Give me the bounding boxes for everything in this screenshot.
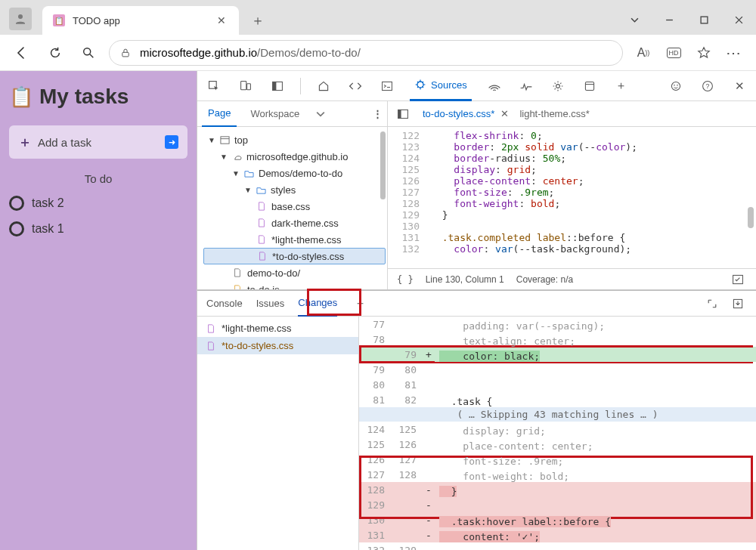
svg-point-15 bbox=[677, 85, 678, 86]
maximize-button[interactable] bbox=[686, 5, 721, 35]
back-button[interactable] bbox=[9, 40, 35, 66]
svg-rect-20 bbox=[398, 110, 401, 118]
tree-scrollbar[interactable] bbox=[380, 131, 386, 199]
cursor-position: Line 130, Column 1 bbox=[426, 274, 504, 285]
checkbox-icon[interactable] bbox=[9, 221, 24, 236]
settings-icon[interactable] bbox=[549, 77, 567, 95]
more-tabs-button[interactable]: ＋ bbox=[612, 77, 631, 95]
workspace-tree-tab[interactable]: Workspace bbox=[244, 101, 305, 127]
console-panel-icon[interactable] bbox=[378, 77, 396, 95]
inspect-icon[interactable] bbox=[205, 77, 223, 95]
tree-file[interactable]: to-do.js bbox=[203, 281, 386, 289]
menu-button[interactable]: ⋯ bbox=[721, 40, 747, 66]
tab-title: TODO app bbox=[73, 15, 120, 26]
section-heading: To do bbox=[9, 172, 187, 185]
svg-rect-9 bbox=[383, 82, 392, 90]
svg-point-0 bbox=[18, 14, 23, 19]
toggle-nav-icon[interactable] bbox=[394, 105, 412, 123]
tree-file[interactable]: demo-to-do/ bbox=[203, 264, 386, 281]
svg-rect-1 bbox=[701, 17, 708, 23]
svg-rect-8 bbox=[273, 82, 277, 90]
lock-icon bbox=[120, 48, 131, 58]
app-page: 📋My tasks ＋ Add a task ➜ To do task 2 ta… bbox=[0, 71, 197, 550]
svg-rect-3 bbox=[122, 52, 129, 57]
brackets-icon[interactable]: { } bbox=[397, 274, 414, 285]
tree-file[interactable]: *light-theme.css bbox=[203, 231, 386, 248]
favorite-button[interactable] bbox=[691, 40, 717, 66]
tree-node-top[interactable]: ▼top bbox=[203, 131, 386, 148]
device-icon[interactable] bbox=[237, 77, 255, 95]
add-task-row[interactable]: ＋ Add a task ➜ bbox=[9, 125, 187, 159]
editor-scrollbar[interactable] bbox=[748, 207, 754, 228]
download-icon[interactable] bbox=[729, 295, 747, 313]
svg-point-13 bbox=[671, 82, 680, 90]
tree-file[interactable]: dark-theme.css bbox=[203, 215, 386, 231]
svg-rect-18 bbox=[220, 136, 228, 143]
profile-avatar[interactable] bbox=[9, 8, 32, 30]
read-aloud-icon[interactable]: A)) bbox=[631, 40, 656, 66]
tree-node-styles[interactable]: ▼styles bbox=[203, 181, 386, 198]
dock-icon[interactable] bbox=[268, 77, 287, 95]
chevron-down-icon[interactable] bbox=[617, 5, 652, 35]
hd-icon[interactable]: HD bbox=[661, 40, 686, 66]
issues-tab[interactable]: Issues bbox=[256, 291, 285, 317]
browser-tab[interactable]: 📋 TODO app ✕ bbox=[42, 6, 239, 35]
new-tab-button[interactable]: ＋ bbox=[246, 9, 269, 32]
tree-node-domain[interactable]: ▼microsoftedge.github.io bbox=[203, 148, 386, 165]
svg-rect-6 bbox=[247, 83, 251, 89]
page-title: 📋My tasks bbox=[9, 85, 187, 109]
changed-file-selected[interactable]: *to-do-styles.css bbox=[197, 337, 358, 354]
url-text: microsoftedge.github.io/Demos/demo-to-do… bbox=[140, 46, 361, 59]
expand-icon[interactable] bbox=[703, 295, 721, 313]
svg-text:?: ? bbox=[706, 82, 710, 90]
editor-tab-active[interactable]: to-do-styles.css*✕ bbox=[423, 108, 509, 119]
coverage-icon[interactable] bbox=[729, 270, 747, 289]
devtools-tabbar: Sources ＋ ? ✕ bbox=[197, 71, 756, 101]
add-task-input[interactable]: Add a task bbox=[38, 136, 165, 149]
svg-point-2 bbox=[84, 48, 91, 54]
task-row[interactable]: task 1 bbox=[9, 221, 187, 236]
elements-icon[interactable] bbox=[346, 77, 364, 95]
coverage-status: Coverage: n/a bbox=[516, 274, 573, 285]
search-button[interactable] bbox=[76, 40, 101, 66]
help-icon[interactable]: ? bbox=[699, 77, 717, 95]
tree-node-folder[interactable]: ▼Demos/demo-to-do bbox=[203, 165, 386, 181]
editor-tab[interactable]: light-theme.css* bbox=[519, 108, 589, 119]
address-bar[interactable]: microsoftedge.github.io/Demos/demo-to-do… bbox=[109, 40, 623, 66]
close-icon[interactable]: ✕ bbox=[500, 108, 509, 119]
application-icon[interactable] bbox=[581, 77, 599, 95]
page-tree-tab[interactable]: Page bbox=[202, 101, 237, 127]
plus-icon: ＋ bbox=[18, 133, 32, 151]
add-drawer-tab-button[interactable]: ＋ bbox=[351, 295, 369, 313]
welcome-icon[interactable] bbox=[314, 77, 333, 95]
close-devtools-button[interactable]: ✕ bbox=[730, 77, 748, 95]
clipboard-icon: 📋 bbox=[9, 85, 33, 109]
checkbox-icon[interactable] bbox=[9, 196, 24, 211]
close-window-button[interactable] bbox=[721, 5, 756, 35]
svg-point-11 bbox=[556, 84, 559, 88]
minimize-button[interactable] bbox=[652, 5, 686, 35]
submit-task-button[interactable]: ➜ bbox=[165, 135, 178, 149]
changes-tab[interactable]: Changes bbox=[298, 291, 337, 317]
refresh-button[interactable] bbox=[42, 40, 68, 66]
tree-more-icon[interactable]: ⋮ bbox=[373, 108, 383, 119]
task-row[interactable]: task 2 bbox=[9, 196, 187, 211]
close-tab-button[interactable]: ✕ bbox=[215, 14, 228, 27]
diff-view[interactable]: 77 padding: var(--spacing);78 text-align… bbox=[359, 317, 756, 550]
performance-icon[interactable] bbox=[517, 77, 535, 95]
sources-tab[interactable]: Sources bbox=[410, 71, 472, 101]
svg-point-14 bbox=[674, 85, 675, 86]
console-tab[interactable]: Console bbox=[206, 291, 243, 317]
network-icon[interactable] bbox=[485, 77, 503, 95]
svg-rect-12 bbox=[585, 82, 593, 90]
favicon-icon: 📋 bbox=[53, 14, 65, 26]
tree-file-selected[interactable]: *to-do-styles.css bbox=[203, 248, 386, 264]
tree-file[interactable]: base.css bbox=[203, 198, 386, 215]
changed-file[interactable]: *light-theme.css bbox=[197, 320, 358, 337]
svg-rect-5 bbox=[241, 81, 246, 89]
code-editor[interactable]: 122 flex-shrink: 0;123 border: 2px solid… bbox=[388, 127, 756, 268]
feedback-icon[interactable] bbox=[667, 77, 685, 95]
